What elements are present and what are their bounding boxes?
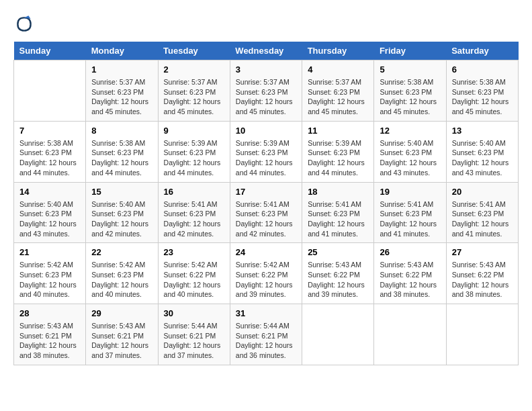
day-number: 27 (452, 247, 513, 257)
day-info: Sunrise: 5:38 AMSunset: 6:23 PMDaylight:… (452, 77, 513, 117)
day-number: 8 (91, 126, 152, 136)
calendar-cell: 7Sunrise: 5:38 AMSunset: 6:23 PMDaylight… (14, 121, 86, 182)
calendar-cell: 12Sunrise: 5:40 AMSunset: 6:23 PMDayligh… (374, 121, 446, 182)
day-number: 18 (308, 187, 368, 197)
day-info: Sunrise: 5:37 AMSunset: 6:23 PMDaylight:… (308, 77, 368, 117)
day-info: Sunrise: 5:43 AMSunset: 6:21 PMDaylight:… (19, 321, 80, 361)
calendar-cell: 1Sunrise: 5:37 AMSunset: 6:23 PMDaylight… (86, 60, 158, 122)
weekday-header: Tuesday (158, 42, 230, 60)
calendar-cell: 5Sunrise: 5:38 AMSunset: 6:23 PMDaylight… (374, 60, 446, 122)
calendar-cell: 22Sunrise: 5:42 AMSunset: 6:23 PMDayligh… (86, 243, 158, 304)
day-number: 29 (91, 308, 152, 318)
day-number: 21 (19, 247, 80, 257)
day-number: 16 (164, 187, 224, 197)
day-number: 24 (236, 247, 296, 257)
day-info: Sunrise: 5:44 AMSunset: 6:21 PMDaylight:… (236, 321, 296, 361)
day-info: Sunrise: 5:42 AMSunset: 6:23 PMDaylight:… (19, 260, 80, 300)
day-number: 12 (380, 126, 440, 136)
day-number: 17 (236, 187, 296, 197)
day-number: 11 (308, 126, 368, 136)
day-number: 2 (164, 64, 224, 75)
day-info: Sunrise: 5:40 AMSunset: 6:23 PMDaylight:… (452, 138, 513, 178)
weekday-header: Friday (374, 42, 446, 60)
calendar-cell: 21Sunrise: 5:42 AMSunset: 6:23 PMDayligh… (14, 243, 86, 304)
calendar-week-row: 14Sunrise: 5:40 AMSunset: 6:23 PMDayligh… (14, 182, 519, 243)
calendar-cell (14, 60, 86, 122)
day-info: Sunrise: 5:41 AMSunset: 6:23 PMDaylight:… (452, 199, 513, 239)
calendar-cell: 18Sunrise: 5:41 AMSunset: 6:23 PMDayligh… (302, 182, 374, 243)
calendar-cell: 19Sunrise: 5:41 AMSunset: 6:23 PMDayligh… (374, 182, 446, 243)
day-info: Sunrise: 5:41 AMSunset: 6:23 PMDaylight:… (380, 199, 440, 239)
calendar-cell: 27Sunrise: 5:43 AMSunset: 6:22 PMDayligh… (446, 243, 518, 304)
day-info: Sunrise: 5:39 AMSunset: 6:23 PMDaylight:… (164, 138, 224, 178)
weekday-header: Saturday (446, 42, 518, 60)
calendar-cell: 31Sunrise: 5:44 AMSunset: 6:21 PMDayligh… (230, 304, 302, 365)
day-info: Sunrise: 5:43 AMSunset: 6:22 PMDaylight:… (380, 260, 440, 300)
day-info: Sunrise: 5:37 AMSunset: 6:23 PMDaylight:… (91, 77, 152, 117)
day-info: Sunrise: 5:38 AMSunset: 6:23 PMDaylight:… (19, 138, 80, 178)
calendar-cell: 6Sunrise: 5:38 AMSunset: 6:23 PMDaylight… (446, 60, 518, 122)
day-number: 3 (236, 64, 296, 75)
day-info: Sunrise: 5:37 AMSunset: 6:23 PMDaylight:… (164, 77, 224, 117)
calendar-cell: 9Sunrise: 5:39 AMSunset: 6:23 PMDaylight… (158, 121, 230, 182)
calendar-cell: 8Sunrise: 5:38 AMSunset: 6:23 PMDaylight… (86, 121, 158, 182)
day-number: 5 (380, 64, 440, 75)
day-info: Sunrise: 5:42 AMSunset: 6:22 PMDaylight:… (164, 260, 224, 300)
day-number: 1 (91, 64, 152, 75)
calendar-week-row: 7Sunrise: 5:38 AMSunset: 6:23 PMDaylight… (14, 121, 519, 182)
calendar-cell (302, 304, 374, 365)
day-info: Sunrise: 5:39 AMSunset: 6:23 PMDaylight:… (236, 138, 296, 178)
weekday-header: Thursday (302, 42, 374, 60)
day-info: Sunrise: 5:37 AMSunset: 6:23 PMDaylight:… (236, 77, 296, 117)
calendar-cell: 29Sunrise: 5:43 AMSunset: 6:21 PMDayligh… (86, 304, 158, 365)
day-info: Sunrise: 5:38 AMSunset: 6:23 PMDaylight:… (91, 138, 152, 178)
calendar-cell: 30Sunrise: 5:44 AMSunset: 6:21 PMDayligh… (158, 304, 230, 365)
day-number: 19 (380, 187, 440, 197)
header (13, 13, 519, 35)
day-info: Sunrise: 5:43 AMSunset: 6:22 PMDaylight:… (452, 260, 513, 300)
day-info: Sunrise: 5:41 AMSunset: 6:23 PMDaylight:… (308, 199, 368, 239)
day-info: Sunrise: 5:43 AMSunset: 6:22 PMDaylight:… (308, 260, 368, 300)
calendar-week-row: 28Sunrise: 5:43 AMSunset: 6:21 PMDayligh… (14, 304, 519, 365)
weekday-header: Wednesday (230, 42, 302, 60)
day-info: Sunrise: 5:43 AMSunset: 6:21 PMDaylight:… (91, 321, 152, 361)
day-number: 7 (19, 126, 80, 136)
calendar-cell: 15Sunrise: 5:40 AMSunset: 6:23 PMDayligh… (86, 182, 158, 243)
weekday-header: Monday (86, 42, 158, 60)
day-info: Sunrise: 5:40 AMSunset: 6:23 PMDaylight:… (380, 138, 440, 178)
calendar-cell: 20Sunrise: 5:41 AMSunset: 6:23 PMDayligh… (446, 182, 518, 243)
day-info: Sunrise: 5:40 AMSunset: 6:23 PMDaylight:… (19, 199, 80, 239)
day-number: 23 (164, 247, 224, 257)
day-info: Sunrise: 5:41 AMSunset: 6:23 PMDaylight:… (164, 199, 224, 239)
logo-icon (13, 13, 35, 35)
day-info: Sunrise: 5:41 AMSunset: 6:23 PMDaylight:… (236, 199, 296, 239)
day-number: 15 (91, 187, 152, 197)
calendar-cell: 3Sunrise: 5:37 AMSunset: 6:23 PMDaylight… (230, 60, 302, 122)
day-number: 22 (91, 247, 152, 257)
day-info: Sunrise: 5:42 AMSunset: 6:22 PMDaylight:… (236, 260, 296, 300)
calendar-cell: 2Sunrise: 5:37 AMSunset: 6:23 PMDaylight… (158, 60, 230, 122)
day-number: 4 (308, 64, 368, 75)
calendar-table: SundayMondayTuesdayWednesdayThursdayFrid… (13, 42, 519, 365)
calendar-cell: 10Sunrise: 5:39 AMSunset: 6:23 PMDayligh… (230, 121, 302, 182)
day-number: 9 (164, 126, 224, 136)
calendar-week-row: 21Sunrise: 5:42 AMSunset: 6:23 PMDayligh… (14, 243, 519, 304)
calendar-cell: 17Sunrise: 5:41 AMSunset: 6:23 PMDayligh… (230, 182, 302, 243)
day-number: 14 (19, 187, 80, 197)
calendar-cell: 24Sunrise: 5:42 AMSunset: 6:22 PMDayligh… (230, 243, 302, 304)
calendar-cell: 28Sunrise: 5:43 AMSunset: 6:21 PMDayligh… (14, 304, 86, 365)
day-number: 28 (19, 308, 80, 318)
day-number: 30 (164, 308, 224, 318)
day-number: 6 (452, 64, 513, 75)
calendar-week-row: 1Sunrise: 5:37 AMSunset: 6:23 PMDaylight… (14, 60, 519, 122)
calendar-cell: 23Sunrise: 5:42 AMSunset: 6:22 PMDayligh… (158, 243, 230, 304)
calendar-cell: 26Sunrise: 5:43 AMSunset: 6:22 PMDayligh… (374, 243, 446, 304)
day-info: Sunrise: 5:40 AMSunset: 6:23 PMDaylight:… (91, 199, 152, 239)
logo (13, 13, 38, 35)
calendar-cell: 25Sunrise: 5:43 AMSunset: 6:22 PMDayligh… (302, 243, 374, 304)
day-number: 25 (308, 247, 368, 257)
day-number: 10 (236, 126, 296, 136)
calendar-cell: 11Sunrise: 5:39 AMSunset: 6:23 PMDayligh… (302, 121, 374, 182)
day-number: 20 (452, 187, 513, 197)
day-info: Sunrise: 5:42 AMSunset: 6:23 PMDaylight:… (91, 260, 152, 300)
